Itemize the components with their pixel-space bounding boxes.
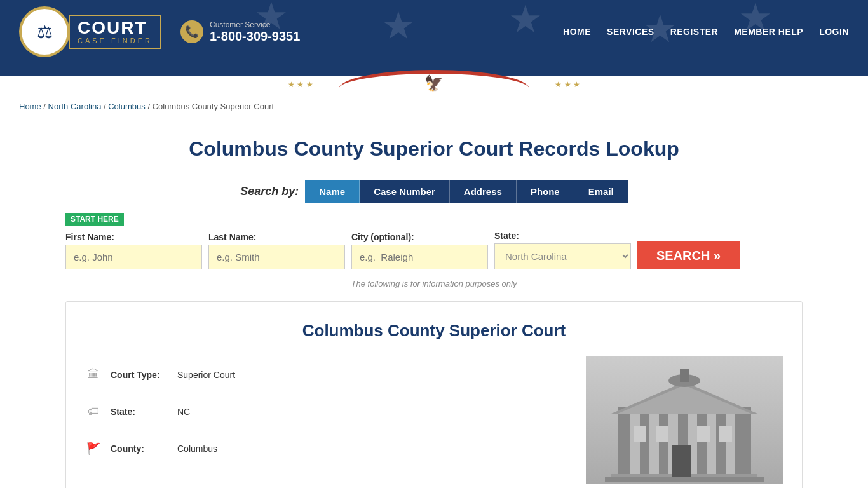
last-name-group: Last Name: [208, 232, 345, 269]
phone-icon: 📞 [180, 20, 203, 43]
logo-inner: ⚖ [37, 22, 53, 43]
state-detail-icon: 🏷 [85, 405, 101, 418]
city-label: City (optional): [351, 232, 488, 242]
logo-area: ⚖ COURT CASE FINDER 📞 Customer Service 1… [19, 6, 300, 57]
breadcrumb-county[interactable]: Columbus [108, 102, 146, 111]
city-group: City (optional): [351, 232, 488, 269]
eagle-icon: 🦅 [424, 74, 444, 92]
svg-rect-7 [707, 414, 716, 477]
last-name-label: Last Name: [208, 232, 345, 242]
court-type-label: Court Type: [111, 370, 168, 380]
page-title: Columbus County Superior Court Records L… [65, 137, 803, 161]
cs-phone: 1-800-309-9351 [210, 29, 300, 44]
first-name-group: First Name: [65, 232, 202, 269]
county-value: Columbus [177, 444, 217, 454]
state-detail-label: State: [111, 407, 168, 417]
eagle-arch: 🦅 [339, 70, 529, 95]
nav-register[interactable]: REGISTER [670, 27, 719, 37]
start-here-badge: START HERE [65, 213, 124, 226]
site-header: ★ ★ ★ ★ ★ ⚖ COURT CASE FINDER 📞 Customer… [0, 0, 868, 64]
main-nav: HOME SERVICES REGISTER MEMBER HELP LOGIN [563, 27, 849, 37]
search-by-row: Search by: Name Case Number Address Phon… [65, 180, 803, 203]
logo-text-block: COURT CASE FINDER [69, 15, 161, 49]
tab-phone[interactable]: Phone [517, 180, 574, 203]
svg-rect-15 [656, 426, 668, 442]
court-building-image [586, 356, 783, 484]
detail-court-type: 🏛 Court Type: Superior Court [85, 356, 560, 393]
court-info-section: Columbus County Superior Court 🏛 Court T… [65, 301, 803, 488]
info-note: The following is for information purpose… [65, 279, 803, 288]
court-text: COURT [78, 19, 153, 37]
breadcrumb-sep3: / [147, 102, 152, 111]
form-fields: First Name: Last Name: City (optional): … [65, 231, 803, 269]
first-name-label: First Name: [65, 232, 202, 242]
star-decor: ★ [508, 0, 543, 41]
breadcrumb-court: Columbus County Superior Court [153, 102, 274, 111]
main-content: Columbus County Superior Court Records L… [53, 118, 815, 488]
svg-rect-4 [649, 414, 659, 477]
case-finder-text: CASE FINDER [78, 37, 153, 44]
tab-case-number[interactable]: Case Number [360, 180, 450, 203]
breadcrumb: Home / North Carolina / Columbus / Colum… [0, 95, 868, 118]
breadcrumb-home[interactable]: Home [19, 102, 41, 111]
svg-rect-16 [697, 426, 710, 442]
court-type-value: Superior Court [177, 370, 235, 380]
search-button[interactable]: SEARCH » [637, 241, 740, 269]
nav-services[interactable]: SERVICES [607, 27, 654, 37]
nav-login[interactable]: LOGIN [819, 27, 849, 37]
court-info-title: Columbus County Superior Court [85, 321, 783, 341]
svg-rect-8 [726, 414, 735, 477]
nav-home[interactable]: HOME [563, 27, 591, 37]
court-image [586, 356, 783, 484]
svg-rect-17 [719, 426, 732, 442]
star-decor: ★ [381, 3, 416, 48]
court-details-row: 🏛 Court Type: Superior Court 🏷 State: NC… [85, 356, 783, 484]
svg-rect-14 [634, 426, 646, 442]
state-select[interactable]: North Carolina [494, 243, 631, 269]
scales-icon: ⚖ [37, 22, 53, 42]
city-input[interactable] [351, 245, 488, 269]
tab-name[interactable]: Name [305, 180, 360, 203]
detail-state: 🏷 State: NC [85, 393, 560, 430]
tab-email[interactable]: Email [574, 180, 628, 203]
svg-rect-3 [630, 414, 640, 477]
svg-rect-13 [672, 445, 691, 477]
last-name-input[interactable] [208, 245, 345, 269]
state-label: State: [494, 231, 631, 241]
court-type-icon: 🏛 [85, 368, 101, 381]
logo-circle: ⚖ [19, 6, 70, 57]
breadcrumb-state[interactable]: North Carolina [48, 102, 102, 111]
state-group: State: North Carolina [494, 231, 631, 269]
detail-county: 🚩 County: Columbus [85, 430, 560, 467]
county-label: County: [111, 444, 168, 454]
breadcrumb-sep1: / [43, 102, 48, 111]
first-name-input[interactable] [65, 245, 202, 269]
svg-rect-19 [680, 369, 689, 382]
svg-rect-12 [605, 477, 764, 482]
search-by-label: Search by: [240, 185, 299, 198]
state-detail-value: NC [177, 407, 190, 417]
county-icon: 🚩 [85, 442, 101, 456]
eagle-bar: 🦅 [0, 64, 868, 95]
tab-address[interactable]: Address [450, 180, 517, 203]
search-form-area: START HERE First Name: Last Name: City (… [65, 213, 803, 269]
court-details-left: 🏛 Court Type: Superior Court 🏷 State: NC… [85, 356, 560, 484]
customer-service: 📞 Customer Service 1-800-309-9351 [180, 20, 300, 44]
cs-details: Customer Service 1-800-309-9351 [210, 20, 300, 44]
nav-member-help[interactable]: MEMBER HELP [734, 27, 803, 37]
cs-label: Customer Service [210, 20, 300, 29]
